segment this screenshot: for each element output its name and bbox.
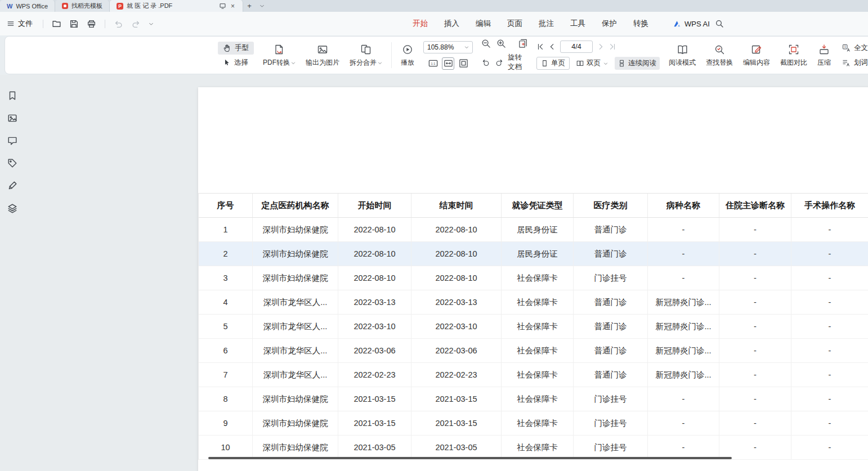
table-cell: - <box>719 363 791 387</box>
comments-panel-button[interactable] <box>7 136 17 146</box>
page-nav-group: 单页 双页 连续阅读 <box>536 41 660 70</box>
ribbon-tab-3[interactable]: 编辑 <box>476 19 491 29</box>
play-label: 播放 <box>401 58 414 68</box>
bookmarks-panel-button[interactable] <box>7 91 17 101</box>
ribbon-search-button[interactable] <box>715 12 724 35</box>
undo-button[interactable] <box>110 19 127 29</box>
continuous-read-button[interactable]: 连续阅读 <box>615 57 660 70</box>
layers-panel-button[interactable] <box>7 203 17 213</box>
tab-docer-templates[interactable]: 找稻壳模板 <box>55 0 110 12</box>
menu-bar: 文件 开始插入编辑页面批注工具保护转换 <box>0 12 868 35</box>
hamburger-icon <box>7 20 15 28</box>
word-translate-button[interactable]: 划词翻译 <box>840 56 868 69</box>
last-page-button[interactable] <box>609 43 616 51</box>
prev-page-icon <box>548 43 556 51</box>
pdf-convert-button[interactable]: PDF转换 <box>262 42 297 69</box>
undo-history-chevron-icon[interactable] <box>145 21 158 26</box>
horizontal-scrollbar-thumb[interactable] <box>208 457 732 459</box>
fit-page-button[interactable] <box>457 57 469 70</box>
open-file-button[interactable] <box>48 19 65 29</box>
ribbon-tabs: 开始插入编辑页面批注工具保护转换 <box>413 12 648 35</box>
wps-ai-button[interactable]: WPS AI <box>673 12 710 35</box>
file-menu-button[interactable]: 文件 <box>0 19 38 29</box>
document-viewport[interactable]: 序号定点医药机构名称开始时间结束时间就诊凭证类型医疗类别病种名称住院主诊断名称手… <box>25 75 868 471</box>
read-mode-button[interactable]: 阅读模式 <box>668 42 697 69</box>
annotate-panel-button[interactable] <box>7 181 17 191</box>
table-cell: 5 <box>199 315 253 338</box>
column-header: 病种名称 <box>648 194 719 217</box>
full-translate-button[interactable]: 文 全文翻译 <box>840 42 868 55</box>
tab-wps-office[interactable]: W WPS Office <box>0 0 55 12</box>
tags-panel-button[interactable] <box>7 158 17 168</box>
zoom-value: 105.88% <box>427 43 454 51</box>
tab-document[interactable]: P 就 医 记 录 .PDF × <box>110 0 243 12</box>
play-button[interactable]: 播放 <box>400 42 415 69</box>
double-page-icon <box>576 60 584 67</box>
pdf-convert-label: PDF转换 <box>263 58 290 68</box>
redo-button[interactable] <box>127 19 145 29</box>
table-cell: - <box>791 242 868 266</box>
next-page-button[interactable] <box>597 43 605 51</box>
ribbon-tab-8[interactable]: 转换 <box>633 19 648 29</box>
compress-button[interactable]: 压缩 <box>816 42 832 69</box>
table-cell: - <box>648 436 719 459</box>
zoom-in-button[interactable] <box>496 38 507 49</box>
zoom-select[interactable]: 105.88% <box>423 41 473 53</box>
actual-size-button[interactable]: 1:1 <box>427 57 439 70</box>
table-cell: 2021-03-15 <box>411 387 502 411</box>
export-image-button[interactable]: 输出为图片 <box>305 42 341 69</box>
table-cell: 2 <box>199 242 253 266</box>
edit-content-button[interactable]: 编辑内容 <box>742 42 771 69</box>
ribbon-tab-6[interactable]: 工具 <box>570 19 585 29</box>
table-cell: 社会保障卡 <box>502 339 574 362</box>
table-cell: 2022-08-10 <box>338 266 411 290</box>
ribbon-tab-1[interactable]: 开始 <box>413 19 428 29</box>
table-cell: 深圳市龙华区人... <box>253 339 338 362</box>
tag-icon <box>7 158 17 168</box>
split-merge-button[interactable]: 拆分合并 <box>348 42 383 69</box>
tab-list-chevron-icon[interactable] <box>256 0 268 12</box>
rotate-doc-button[interactable]: 旋转文档 <box>508 53 529 72</box>
undo-icon <box>114 19 123 29</box>
prev-page-button[interactable] <box>548 43 556 51</box>
find-replace-button[interactable]: 查找替换 <box>705 42 734 69</box>
rotate-left-button[interactable] <box>481 57 491 68</box>
table-body: 1深圳市妇幼保健院2022-08-102022-08-10居民身份证普通门诊--… <box>199 218 868 460</box>
ribbon-tab-2[interactable]: 插入 <box>444 19 459 29</box>
table-cell: 社会保障卡 <box>502 266 574 290</box>
hand-tool-button[interactable]: 手型 <box>218 42 254 55</box>
table-cell: - <box>791 290 868 314</box>
table-row: 10深圳市妇幼保健院2021-03-052021-03-05社会保障卡门诊挂号-… <box>199 436 868 460</box>
ribbon-tab-7[interactable]: 保护 <box>602 19 617 29</box>
select-tool-button[interactable]: 选择 <box>218 56 254 69</box>
close-tab-icon[interactable]: × <box>230 2 236 10</box>
first-page-button[interactable] <box>536 43 544 51</box>
save-button[interactable] <box>65 19 83 29</box>
screenshot-compare-icon <box>788 44 799 55</box>
page-number-input[interactable] <box>560 41 593 53</box>
extract-pages-button[interactable] <box>518 38 529 49</box>
split-merge-label: 拆分合并 <box>350 58 377 68</box>
table-cell: - <box>648 411 719 435</box>
rotate-right-button[interactable] <box>494 57 504 68</box>
ribbon-tab-5[interactable]: 批注 <box>539 19 554 29</box>
table-cell: - <box>648 242 719 266</box>
thumbnails-panel-button[interactable] <box>7 113 17 123</box>
table-cell: 新冠肺炎门诊... <box>648 290 719 314</box>
zoom-out-button[interactable] <box>481 38 491 49</box>
table-cell: 2022-08-10 <box>338 242 411 266</box>
table-cell: 普通门诊 <box>574 315 648 338</box>
screenshot-compare-button[interactable]: 截图对比 <box>779 42 808 69</box>
table-cell: 社会保障卡 <box>502 363 574 387</box>
fit-width-button[interactable] <box>442 57 454 70</box>
table-cell: 2022-08-10 <box>411 218 502 241</box>
table-cell: 4 <box>199 290 253 314</box>
ribbon-tab-4[interactable]: 页面 <box>507 19 522 29</box>
double-page-button[interactable]: 双页 <box>573 57 611 70</box>
single-page-button[interactable]: 单页 <box>536 57 570 70</box>
new-tab-button[interactable]: + <box>243 0 256 12</box>
table-cell: 深圳市龙华区人... <box>253 315 338 338</box>
table-cell: 社会保障卡 <box>502 387 574 411</box>
print-button[interactable] <box>83 19 100 29</box>
tab-wps-office-label: WPS Office <box>16 3 48 10</box>
